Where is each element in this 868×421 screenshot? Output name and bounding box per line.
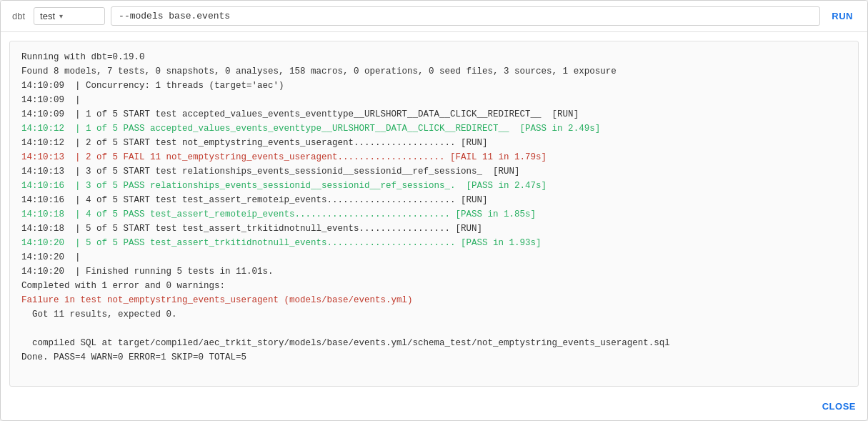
- output-line: 14:10:13 | 3 of 5 START test relationshi…: [21, 167, 520, 177]
- modal-container: dbt test ▾ RUN Running with dbt=0.19.0 F…: [0, 0, 868, 421]
- command-select[interactable]: test ▾: [34, 7, 105, 25]
- command-select-text: test: [40, 11, 55, 21]
- output-console: Running with dbt=0.19.0 Found 8 models, …: [9, 41, 859, 387]
- output-line: Found 8 models, 7 tests, 0 snapshots, 0 …: [21, 66, 617, 76]
- output-line: 14:10:18 | 4 of 5 PASS test_assert_remot…: [21, 209, 536, 219]
- dbt-label: dbt: [9, 11, 28, 21]
- close-button[interactable]: CLOSE: [822, 401, 856, 412]
- output-line: 14:10:09 | Concurrency: 1 threads (targe…: [21, 81, 284, 91]
- output-line: 14:10:20 |: [21, 252, 81, 262]
- args-input[interactable]: [111, 6, 820, 26]
- output-line: 14:10:16 | 4 of 5 START test test_assert…: [21, 195, 488, 205]
- footer: CLOSE: [1, 395, 867, 420]
- output-line: 14:10:20 | Finished running 5 tests in 1…: [21, 267, 274, 277]
- output-line: 14:10:09 | 1 of 5 START test accepted_va…: [21, 109, 579, 119]
- output-line: 14:10:20 | 5 of 5 PASS test_assert_trkit…: [21, 238, 542, 248]
- output-line: 14:10:12 | 2 of 5 START test not_emptyst…: [21, 138, 488, 148]
- toolbar: dbt test ▾ RUN: [1, 1, 867, 32]
- output-line: 14:10:12 | 1 of 5 PASS accepted_values_e…: [21, 124, 600, 134]
- output-line: Got 11 results, expected 0.: [21, 309, 177, 320]
- output-line: compiled SQL at target/compiled/aec_trki…: [21, 338, 670, 348]
- output-line: Done. PASS=4 WARN=0 ERROR=1 SKIP=0 TOTAL…: [21, 352, 246, 362]
- output-line: Failure in test not_emptystring_events_u…: [21, 295, 413, 305]
- output-line: Running with dbt=0.19.0: [21, 52, 145, 62]
- output-line: 14:10:13 | 2 of 5 FAIL 11 not_emptystrin…: [21, 152, 547, 162]
- chevron-down-icon: ▾: [59, 12, 63, 20]
- output-line: 14:10:16 | 3 of 5 PASS relationships_eve…: [21, 181, 547, 191]
- output-line: Completed with 1 error and 0 warnings:: [21, 281, 225, 291]
- output-line: 14:10:09 |: [21, 95, 81, 105]
- output-line: 14:10:18 | 5 of 5 START test test_assert…: [21, 224, 482, 234]
- run-button[interactable]: RUN: [826, 8, 859, 24]
